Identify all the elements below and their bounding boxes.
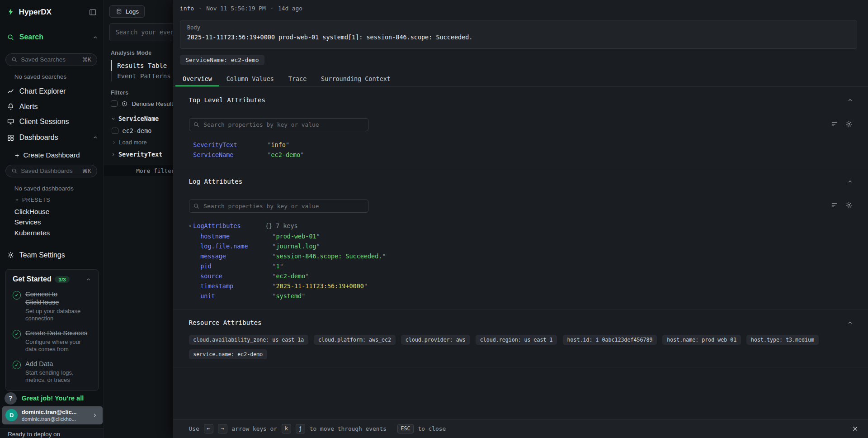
attribute-key[interactable]: SeverityText <box>193 140 267 150</box>
resource-chip[interactable]: host.id: i-0abc123def456789 <box>563 335 657 345</box>
collapse-section-icon[interactable] <box>847 178 854 185</box>
sidebar-item-dashboards[interactable]: Dashboards <box>7 133 98 142</box>
brand-logo[interactable]: HyperDX <box>7 7 52 17</box>
expander-triangle-icon[interactable]: ▾ <box>189 221 193 231</box>
help-button[interactable]: ? <box>5 392 17 405</box>
tab-surrounding-context[interactable]: Surrounding Context <box>314 72 398 86</box>
tab-overview[interactable]: Overview <box>175 72 219 86</box>
filter-group-severitytext[interactable]: SeverityText <box>111 151 162 158</box>
load-more-label: Load more <box>119 139 146 146</box>
create-dashboard-label: Create Dashboard <box>23 151 80 159</box>
preset-clickhouse[interactable]: ClickHouse <box>14 208 49 216</box>
facet-checkbox[interactable] <box>112 128 118 134</box>
attribute-value[interactable]: ec2-demo <box>267 150 304 160</box>
facet-ec2-demo[interactable]: ec2-demo <box>112 128 151 134</box>
sidebar-item-client-sessions[interactable]: Client Sessions <box>7 118 98 126</box>
attribute-value[interactable]: systemd <box>272 291 305 301</box>
sidebar-item-label: Alerts <box>19 103 38 111</box>
resource-chip[interactable]: cloud.region: us-east-1 <box>476 335 557 345</box>
resource-chip-list: cloud.availability_zone: us-east-1a clou… <box>189 335 857 359</box>
denoise-results-toggle[interactable]: Denoise Results <box>111 100 176 107</box>
saved-dashboards-input[interactable]: Saved Dashboards ⌘K <box>5 165 97 177</box>
resource-chip[interactable]: host.type: t3.medium <box>746 335 819 345</box>
get-started-step-add-data[interactable]: ✓ Add Data Start sending logs, metrics, … <box>13 360 91 384</box>
no-saved-dashboards-text: No saved dashboards <box>14 185 74 192</box>
event-body-box: Body 2025-11-11T23:56:19+0000 prod-web-0… <box>180 20 857 49</box>
collapse-section-icon[interactable] <box>847 319 854 326</box>
sort-lines-icon[interactable] <box>830 120 838 128</box>
preset-services[interactable]: Services <box>14 218 41 226</box>
denoise-checkbox[interactable] <box>111 100 118 107</box>
get-started-step-connect[interactable]: ✓ Connect to ClickHouse Set up your data… <box>13 290 91 322</box>
presets-label: PRESETS <box>22 197 50 203</box>
attribute-value[interactable]: 1 <box>272 262 283 271</box>
user-menu[interactable]: D dominic.tran@clic... dominic.tran@clic… <box>2 406 103 424</box>
avatar: D <box>5 409 18 421</box>
attribute-key[interactable]: ServiceName <box>193 150 267 160</box>
attribute-value[interactable]: prod-web-01 <box>272 232 320 242</box>
step-desc: Set up your database connection <box>25 308 91 322</box>
source-selector[interactable]: Logs <box>109 5 145 18</box>
attribute-value[interactable]: ec2-demo <box>272 271 309 281</box>
section-title: Log Attributes <box>189 177 857 186</box>
attribute-key[interactable]: source <box>200 271 272 281</box>
analysis-mode-label: Analysis Mode <box>111 50 151 56</box>
attribute-value[interactable]: 2025-11-11T23:56:19+0000 <box>272 281 368 291</box>
attribute-key[interactable]: pid <box>200 262 272 271</box>
resource-chip[interactable]: cloud.platform: aws_ec2 <box>314 335 396 345</box>
chevron-up-icon <box>85 276 91 282</box>
property-search-input[interactable] <box>189 118 369 131</box>
attribute-key[interactable]: LogAttributes <box>193 221 265 231</box>
sidebar-item-team-settings[interactable]: Team Settings <box>7 251 98 259</box>
preset-kubernetes[interactable]: Kubernetes <box>14 229 50 237</box>
sort-lines-icon[interactable] <box>830 201 838 209</box>
resource-chip[interactable]: service.name: ec2-demo <box>189 349 268 359</box>
database-icon <box>116 8 123 15</box>
attribute-value[interactable]: journal.log <box>272 242 320 252</box>
service-name-chip[interactable]: ServiceName: ec2-demo <box>180 55 264 65</box>
attribute-key[interactable]: timestamp <box>200 281 272 291</box>
saved-dashboards-placeholder: Saved Dashboards <box>21 167 72 174</box>
resource-chip[interactable]: cloud.availability_zone: us-east-1a <box>189 335 309 345</box>
attribute-value[interactable]: session-846.scope: Succeeded. <box>272 252 386 262</box>
collapse-section-icon[interactable] <box>847 97 854 104</box>
tab-column-values[interactable]: Column Values <box>219 72 281 86</box>
gear-icon[interactable] <box>845 201 853 209</box>
sidebar-item-label: Dashboards <box>19 133 58 142</box>
attribute-rows: hostname prod-web-01 log.file.name journ… <box>189 232 857 301</box>
presets-toggle[interactable]: PRESETS <box>14 197 50 203</box>
saved-searches-placeholder: Saved Searches <box>21 56 66 63</box>
sidebar-item-label: Chart Explorer <box>19 87 66 95</box>
get-started-step-sources[interactable]: ✓ Create Data Sources Configure where yo… <box>13 329 91 353</box>
attribute-key[interactable]: hostname <box>200 232 272 242</box>
attribute-rows: SeverityText info ServiceName ec2-demo <box>189 140 857 160</box>
property-search <box>189 118 369 131</box>
get-started-header[interactable]: Get Started 3/3 <box>13 275 91 283</box>
sidebar-item-label: Client Sessions <box>19 118 69 126</box>
tab-trace[interactable]: Trace <box>281 72 314 86</box>
resource-chip[interactable]: cloud.provider: aws <box>401 335 470 345</box>
attribute-row: hostname prod-web-01 <box>200 232 857 242</box>
property-search-input[interactable] <box>189 200 369 213</box>
detail-tabs: Overview Column Values Trace Surrounding… <box>173 72 868 87</box>
section-title: Resource Attributes <box>189 319 857 328</box>
attribute-key[interactable]: unit <box>200 291 272 301</box>
sidebar-item-search[interactable]: Search <box>7 33 98 41</box>
search-icon <box>11 57 17 62</box>
close-icon[interactable] <box>851 425 859 433</box>
sidebar-item-chart-explorer[interactable]: Chart Explorer <box>7 87 98 95</box>
collapse-sidebar-icon[interactable] <box>89 8 97 16</box>
saved-searches-input[interactable]: Saved Searches ⌘K <box>5 53 97 66</box>
filters-label: Filters <box>111 90 128 96</box>
sidebar-item-alerts[interactable]: Alerts <box>7 103 98 111</box>
gear-icon[interactable] <box>845 120 853 128</box>
load-more-button[interactable]: Load more <box>112 139 146 146</box>
filter-group-servicename[interactable]: ServiceName <box>111 115 159 122</box>
resource-chip[interactable]: host.name: prod-web-01 <box>662 335 741 345</box>
mode-event-patterns[interactable]: Event Patterns <box>111 71 171 81</box>
mode-results-table[interactable]: Results Table <box>111 60 171 71</box>
attribute-value[interactable]: info <box>267 140 289 150</box>
create-dashboard-button[interactable]: Create Dashboard <box>14 151 80 159</box>
attribute-key[interactable]: log.file.name <box>200 242 272 252</box>
attribute-key[interactable]: message <box>200 252 272 262</box>
